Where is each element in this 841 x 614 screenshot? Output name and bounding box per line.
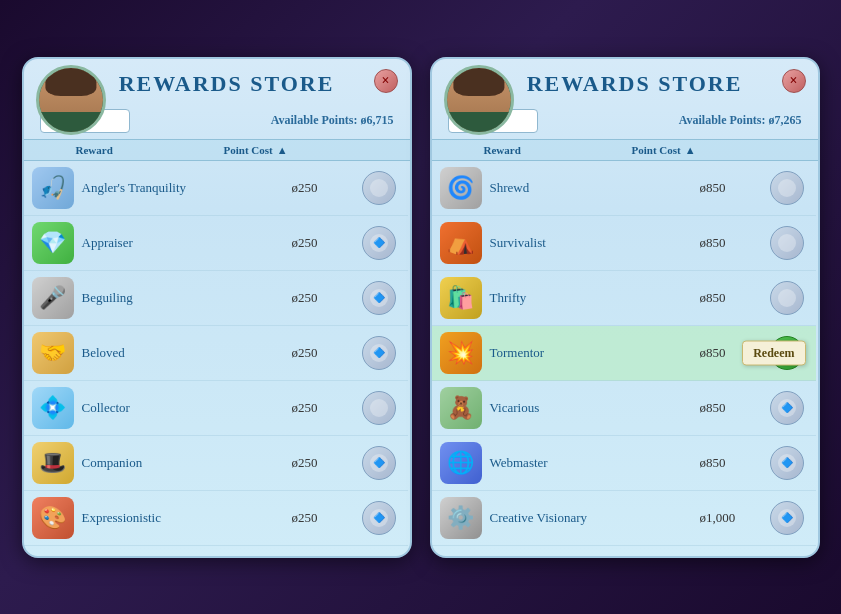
- table-row[interactable]: 🎤 Beguiling ø250 🔷: [24, 271, 408, 326]
- redeem-icon: 🔷: [778, 509, 796, 527]
- reward-name: Shrewd: [490, 180, 700, 196]
- reward-icon: 🎤: [32, 277, 74, 319]
- redeem-button[interactable]: [362, 391, 396, 425]
- table-header-2: Reward Point Cost ▲: [432, 139, 818, 161]
- table-row[interactable]: 🛍️ Thrifty ø850: [432, 271, 816, 326]
- items-list-2[interactable]: 🌀 Shrewd ø850 ⛺ Survivalist ø850 🛍️ Thri…: [432, 161, 818, 546]
- avatar-2: [444, 65, 514, 135]
- redeem-icon: 🔷: [778, 454, 796, 472]
- redeem-icon: [778, 179, 796, 197]
- reward-name: Beguiling: [82, 290, 292, 306]
- reward-name: Expressionistic: [82, 510, 292, 526]
- close-button-1[interactable]: ×: [374, 69, 398, 93]
- reward-cost: ø250: [292, 180, 362, 196]
- table-row[interactable]: ⛺ Survivalist ø850: [432, 216, 816, 271]
- panel-2-header: Rewards Store ×: [432, 59, 818, 105]
- redeem-icon: 🔷: [370, 234, 388, 252]
- reward-icon: 🧸: [440, 387, 482, 429]
- redeem-button[interactable]: 🔷: [362, 336, 396, 370]
- reward-name: Angler's Tranquility: [82, 180, 292, 196]
- panel-1-header: Rewards Store ×: [24, 59, 410, 105]
- redeem-button[interactable]: 🔷: [362, 226, 396, 260]
- reward-name: Survivalist: [490, 235, 700, 251]
- table-row-active[interactable]: 💥 Tormentor ø850 Redeem 🌿: [432, 326, 816, 381]
- redeem-button[interactable]: [770, 226, 804, 260]
- reward-icon: 🎣: [32, 167, 74, 209]
- redeem-icon: [778, 289, 796, 307]
- reward-name: Webmaster: [490, 455, 700, 471]
- close-button-2[interactable]: ×: [782, 69, 806, 93]
- redeem-button[interactable]: 🔷: [362, 446, 396, 480]
- redeem-button[interactable]: [770, 281, 804, 315]
- redeem-icon: [370, 179, 388, 197]
- redeem-button[interactable]: 🔷: [770, 501, 804, 535]
- reward-cost: ø850: [700, 235, 770, 251]
- col-reward-1: Reward: [76, 144, 224, 156]
- panel-1-title: Rewards Store: [119, 71, 335, 97]
- avatar-1: [36, 65, 106, 135]
- col-reward-2: Reward: [484, 144, 632, 156]
- table-row[interactable]: 🤝 Beloved ø250 🔷: [24, 326, 408, 381]
- redeem-button[interactable]: 🔷: [362, 281, 396, 315]
- reward-name: Beloved: [82, 345, 292, 361]
- table-row[interactable]: 💠 Collector ø250: [24, 381, 408, 436]
- reward-icon: 🌐: [440, 442, 482, 484]
- redeem-icon: 🔷: [370, 344, 388, 362]
- reward-cost: ø250: [292, 510, 362, 526]
- reward-icon: 💥: [440, 332, 482, 374]
- reward-name: Vicarious: [490, 400, 700, 416]
- reward-name: Companion: [82, 455, 292, 471]
- reward-cost: ø250: [292, 455, 362, 471]
- redeem-tooltip: Redeem: [742, 340, 805, 365]
- reward-name: Creative Visionary: [490, 510, 700, 526]
- table-row[interactable]: 🎣 Angler's Tranquility ø250: [24, 161, 408, 216]
- reward-icon: 💠: [32, 387, 74, 429]
- reward-cost: ø250: [292, 400, 362, 416]
- table-row[interactable]: 🎨 Expressionistic ø250 🔷: [24, 491, 408, 546]
- reward-cost: ø850: [700, 400, 770, 416]
- redeem-icon: 🔷: [370, 509, 388, 527]
- reward-icon: 🤝: [32, 332, 74, 374]
- reward-icon: 🌀: [440, 167, 482, 209]
- table-row[interactable]: 🎩 Companion ø250 🔷: [24, 436, 408, 491]
- reward-icon: 🎨: [32, 497, 74, 539]
- redeem-button[interactable]: [770, 171, 804, 205]
- reward-icon: ⚙️: [440, 497, 482, 539]
- redeem-button[interactable]: [362, 171, 396, 205]
- redeem-icon: 🔷: [370, 454, 388, 472]
- available-points-value-2: ø7,265: [769, 113, 802, 127]
- available-points-value-1: ø6,715: [361, 113, 394, 127]
- redeem-icon: [370, 399, 388, 417]
- redeem-icon: 🔷: [370, 289, 388, 307]
- reward-cost: ø850: [700, 180, 770, 196]
- col-cost-1[interactable]: Point Cost ▲: [224, 144, 344, 156]
- redeem-button[interactable]: 🔷: [770, 391, 804, 425]
- reward-cost: ø850: [700, 455, 770, 471]
- table-row[interactable]: 💎 Appraiser ø250 🔷: [24, 216, 408, 271]
- reward-cost: ø250: [292, 235, 362, 251]
- sort-arrow-icon: ▲: [277, 144, 288, 156]
- reward-name: Collector: [82, 400, 292, 416]
- panel-2-title: Rewards Store: [527, 71, 743, 97]
- available-points-1: Available Points: ø6,715: [271, 113, 394, 128]
- redeem-icon: [778, 234, 796, 252]
- available-points-label-2: Available Points:: [679, 113, 766, 127]
- reward-name: Appraiser: [82, 235, 292, 251]
- sort-arrow-icon: ▲: [685, 144, 696, 156]
- table-row[interactable]: ⚙️ Creative Visionary ø1,000 🔷: [432, 491, 816, 546]
- redeem-button[interactable]: 🔷: [362, 501, 396, 535]
- reward-cost: ø850: [700, 290, 770, 306]
- col-cost-2[interactable]: Point Cost ▲: [632, 144, 752, 156]
- redeem-button[interactable]: 🔷: [770, 446, 804, 480]
- table-row[interactable]: 🌐 Webmaster ø850 🔷: [432, 436, 816, 491]
- available-points-label-1: Available Points:: [271, 113, 358, 127]
- reward-cost: ø1,000: [700, 510, 770, 526]
- reward-icon: 💎: [32, 222, 74, 264]
- table-row[interactable]: 🧸 Vicarious ø850 🔷: [432, 381, 816, 436]
- reward-name: Thrifty: [490, 290, 700, 306]
- items-list-1[interactable]: 🎣 Angler's Tranquility ø250 💎 Appraiser …: [24, 161, 410, 546]
- rewards-panel-1: Rewards Store × All ▼ Available Points: …: [22, 57, 412, 558]
- rewards-panel-2: Rewards Store × All ▼ Available Points: …: [430, 57, 820, 558]
- table-row[interactable]: 🌀 Shrewd ø850: [432, 161, 816, 216]
- reward-name: Tormentor: [490, 345, 700, 361]
